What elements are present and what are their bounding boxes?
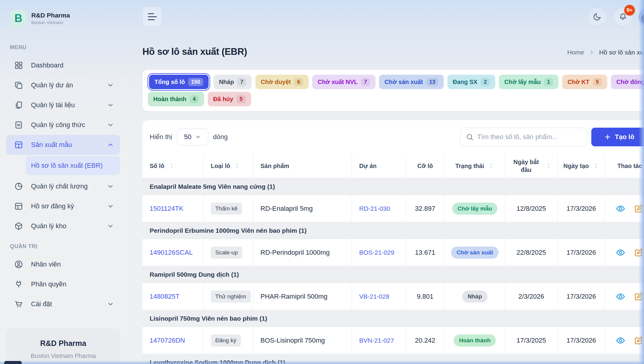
search-input[interactable]	[477, 133, 581, 141]
lot-number-link[interactable]: 1470726DN	[150, 337, 185, 344]
table-header-row: Số lôLoại lôSản phẩmDự ánCỡ lôTrạng thái…	[142, 154, 644, 178]
lot-number-link[interactable]: 1480825T	[150, 293, 179, 300]
filter-chip-8[interactable]: Chờ KT5	[562, 75, 607, 89]
sidebar-item-warehouse-management[interactable]: Quản lý kho	[6, 216, 120, 236]
sidebar: B R&D Pharma Boston Vietnam MENU Dashboa…	[0, 0, 131, 364]
filter-chip-10[interactable]: Hoàn thành4	[148, 92, 204, 106]
filter-chip-11[interactable]: Đã hủy5	[208, 92, 251, 106]
status-badge: Chờ sản xuất	[451, 247, 498, 259]
status-badge: Chờ lấy mẫu	[452, 203, 498, 215]
filter-count-badge: 5	[237, 95, 246, 103]
cart-icon	[14, 300, 23, 309]
edit-button[interactable]	[634, 204, 644, 214]
sidebar-item-permissions[interactable]: Phân quyền	[6, 274, 120, 294]
user-avatar[interactable]	[639, 7, 644, 27]
view-button[interactable]	[616, 204, 626, 214]
lot-number-link[interactable]: 1490126SCAL	[150, 249, 193, 257]
sidebar-subitem-ebr-records[interactable]: Hồ sơ lô sản xuất (EBR)	[26, 156, 120, 175]
table-row: 1480825TThử nghiệmPHAR-Ramipril 500mgVB-…	[142, 283, 644, 310]
eye-icon	[616, 336, 626, 345]
sidebar-item-quality-management[interactable]: Quản lý chất lượng	[6, 176, 120, 196]
lot-number-link[interactable]: 1501124TK	[150, 205, 183, 213]
chevron-down-icon	[107, 300, 114, 308]
batch-size: 9.801	[406, 283, 444, 310]
edit-icon	[634, 204, 644, 213]
sort-icon	[593, 163, 599, 169]
brand-name: R&D Pharma	[31, 12, 70, 19]
search-box	[460, 128, 587, 146]
product-group-row: Perindopril Erbumine 1000mg Viên nén bao…	[142, 222, 644, 239]
project-link[interactable]: RD-21-030	[359, 205, 390, 212]
filter-chip-4[interactable]: Chờ xuất NVL7	[312, 75, 375, 89]
sidebar-item-settings[interactable]: Cài đặt	[6, 294, 120, 314]
created-date: 17/3/2026	[557, 327, 605, 354]
brand: B R&D Pharma Boston Vietnam	[10, 10, 131, 27]
sidebar-item-registration-dossier[interactable]: Hồ sơ đăng ký	[6, 196, 120, 216]
view-button[interactable]	[616, 247, 626, 258]
sort-icon	[169, 163, 175, 169]
brand-subtitle: Boston Vietnam	[31, 20, 70, 25]
sidebar-admin-menu: Nhân viênPhân quyềnCài đặt	[0, 254, 131, 314]
create-batch-button[interactable]: Tạo lô	[591, 128, 644, 146]
product-name: PHAR-Ramipril 500mg	[253, 283, 352, 310]
table-controls: Hiển thị 50 dòng Tạo lô	[142, 127, 644, 147]
column-header-7[interactable]: Ngày bắt đầu	[505, 154, 557, 178]
filter-count-badge: 13	[426, 78, 438, 86]
sidebar-item-project-management[interactable]: Quản lý dự án	[6, 75, 120, 95]
edit-icon	[634, 292, 644, 301]
notifications-button[interactable]: 9+	[613, 7, 633, 26]
project-link[interactable]: VB-21-028	[359, 293, 389, 300]
view-button[interactable]	[616, 291, 626, 302]
column-header-6[interactable]: Trạng thái	[444, 154, 505, 178]
brand-logo: B	[10, 10, 27, 27]
filter-chip-5[interactable]: Chờ sản xuất13	[379, 75, 444, 89]
created-date: 17/3/2026	[557, 283, 605, 310]
chevron-down-icon	[107, 101, 114, 109]
filter-chip-3[interactable]: Chờ duyệt6	[255, 75, 309, 89]
edit-button[interactable]	[634, 335, 644, 346]
topbar: 9+	[131, 0, 644, 38]
filter-chip-1[interactable]: Tổng số lô150	[149, 75, 209, 89]
edit-button[interactable]	[634, 247, 644, 258]
sidebar-footer-card: R&D Pharma Boston Vietnam Pharma	[6, 328, 120, 364]
batch-type-badge: Thẩm kê	[211, 203, 242, 215]
product-name: BOS-Lisinopril 750mg	[253, 327, 352, 354]
breadcrumb-home-link[interactable]: Home	[567, 49, 584, 56]
table-row: 1470726DNĐăng kýBOS-Lisinopril 750mgBVN-…	[142, 327, 644, 354]
batch-size: 20.242	[406, 327, 444, 354]
filter-count-badge: 1	[544, 78, 553, 86]
file-lines-icon	[14, 120, 23, 129]
start-date: 2/3/2026	[505, 283, 557, 310]
dark-mode-button[interactable]	[587, 7, 607, 26]
breadcrumb-current: Hồ sơ lô sản xuất (EBR)	[599, 49, 644, 56]
eye-icon	[616, 248, 626, 257]
chevron-down-icon	[107, 183, 114, 190]
sort-icon	[234, 163, 240, 169]
sort-icon	[488, 163, 494, 169]
sidebar-item-employees[interactable]: Nhân viên	[6, 254, 120, 274]
project-link[interactable]: BOS-21-029	[359, 249, 394, 256]
column-header-2[interactable]: Loại lô	[203, 154, 253, 178]
column-header-1[interactable]: Số lô	[142, 154, 203, 178]
edit-icon	[634, 248, 644, 257]
sidebar-item-document-management[interactable]: Quản lý tài liệu	[6, 95, 120, 115]
moon-icon	[593, 12, 602, 21]
project-link[interactable]: BVN-21-027	[359, 337, 394, 344]
sidebar-item-sample-production[interactable]: Sản xuất mẫu	[6, 135, 120, 155]
sidebar-item-formula-management[interactable]: Quản lý công thức	[6, 115, 120, 135]
filter-chip-6[interactable]: Đang SX2	[447, 75, 495, 89]
batch-size: 13.671	[406, 239, 444, 266]
filter-chip-2[interactable]: Nháp7	[213, 75, 252, 89]
page-size-select[interactable]: 50	[177, 129, 208, 145]
eye-icon	[616, 292, 626, 301]
edit-button[interactable]	[634, 291, 644, 302]
sidebar-item-dashboard[interactable]: Dashboard	[6, 55, 120, 75]
plug-icon	[14, 280, 23, 289]
view-button[interactable]	[616, 335, 626, 346]
filter-chip-row: Tổng số lô150Nháp7Chờ duyệt6Chờ xuất NVL…	[148, 75, 644, 89]
chevron-down-icon	[107, 82, 114, 89]
column-header-8[interactable]: Ngày tạo	[557, 154, 605, 178]
sidebar-toggle-button[interactable]	[142, 7, 162, 26]
filter-chip-9[interactable]: Chờ đóng gói0	[611, 75, 644, 89]
filter-chip-7[interactable]: Chờ lấy mẫu1	[499, 75, 558, 89]
